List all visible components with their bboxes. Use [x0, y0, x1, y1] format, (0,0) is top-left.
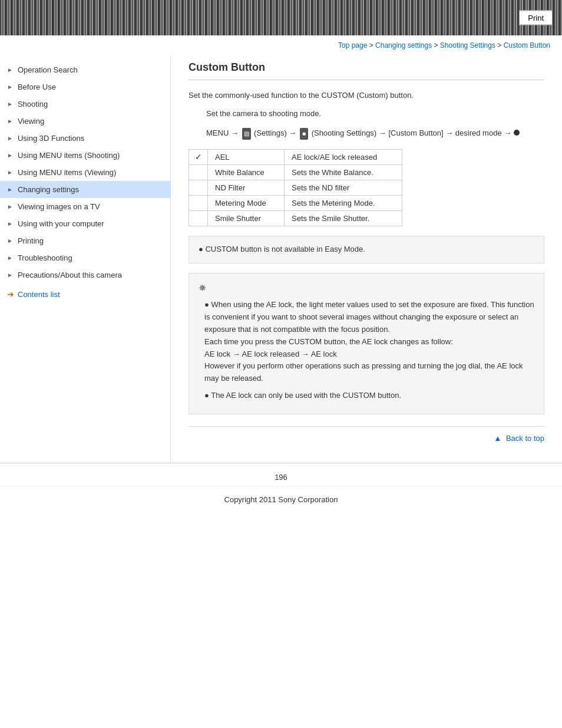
tip-box: ✸ When using the AE lock, the light mete… — [189, 273, 544, 414]
sidebar-item-precautions[interactable]: ► Precautions/About this camera — [0, 266, 170, 284]
table-cell-option: ND Filter — [208, 180, 285, 195]
page-title: Custom Button — [189, 61, 544, 80]
bullet-note: ● — [199, 245, 205, 253]
breadcrumb-sep1: > — [369, 41, 375, 50]
arrow-right-icon: ➜ — [7, 289, 14, 299]
table-cell-check: ✓ — [189, 149, 208, 164]
footer-copyright: Copyright 2011 Sony Corporation — [0, 486, 562, 512]
table-cell-description: AE lock/AE lock released — [285, 149, 402, 164]
breadcrumb-top-page[interactable]: Top page — [338, 41, 367, 50]
sidebar-item-label: Printing — [18, 236, 44, 245]
sidebar-item-viewing[interactable]: ► Viewing — [0, 113, 170, 130]
arrow-icon: ► — [7, 101, 13, 107]
sidebar-item-shooting[interactable]: ► Shooting — [0, 95, 170, 113]
content-area: Custom Button Set the commonly-used func… — [171, 55, 562, 463]
sidebar-item-before-use[interactable]: ► Before Use — [0, 78, 170, 95]
sidebar-item-troubleshooting[interactable]: ► Troubleshooting — [0, 249, 170, 266]
sidebar-item-label: Before Use — [18, 83, 56, 91]
sidebar-item-label: Precautions/About this camera — [18, 271, 122, 279]
back-to-top-triangle-icon: ▲ — [494, 434, 501, 443]
arrow-icon: ► — [7, 255, 13, 261]
sidebar-item-using-3d[interactable]: ► Using 3D Functions — [0, 130, 170, 147]
table-cell-description: Sets the White Balance. — [285, 164, 402, 180]
back-to-top-row: ▲ Back to top — [189, 426, 544, 445]
sidebar-item-printing[interactable]: ► Printing — [0, 232, 170, 249]
arrow-icon: ► — [7, 220, 13, 227]
table-cell-option: White Balance — [208, 164, 285, 180]
arrow-icon: ► — [7, 238, 13, 244]
table-cell-check — [189, 164, 208, 180]
contents-list-link[interactable]: ➜ Contents list — [0, 284, 170, 305]
table-cell-check — [189, 195, 208, 210]
breadcrumb-shooting-settings[interactable]: Shooting Settings — [440, 41, 495, 50]
arrow-icon: ► — [7, 203, 13, 210]
table-cell-description: Sets the Smile Shutter. — [285, 210, 402, 226]
sidebar-item-viewing-tv[interactable]: ► Viewing images on a TV — [0, 198, 170, 215]
breadcrumb-sep2: > — [434, 41, 440, 50]
sidebar-item-label: Troubleshooting — [18, 253, 72, 262]
tip-item: The AE lock can only be used with the CU… — [199, 390, 534, 402]
table-cell-option: Smile Shutter — [208, 210, 285, 226]
bullet-icon — [514, 130, 520, 136]
sidebar-item-label: Operation Search — [18, 65, 78, 74]
arrow-icon: ► — [7, 67, 13, 73]
table-cell-description: Sets the ND filter — [285, 180, 402, 195]
back-to-top-link[interactable]: Back to top — [506, 434, 544, 443]
sidebar-item-label: Viewing — [18, 117, 44, 126]
contents-list-label[interactable]: Contents list — [18, 290, 60, 299]
sidebar-item-label: Using with your computer — [18, 219, 104, 228]
arrow-icon: ► — [7, 272, 13, 278]
sidebar-item-label: Using MENU items (Shooting) — [18, 151, 120, 160]
main-layout: ► Operation Search ► Before Use ► Shooti… — [0, 55, 562, 463]
arrow-icon: ► — [7, 186, 13, 193]
sidebar-item-label: Using MENU items (Viewing) — [18, 168, 116, 177]
sidebar-item-label: Viewing images on a TV — [18, 202, 100, 211]
print-button[interactable]: Print — [519, 11, 553, 25]
note-text: CUSTOM button is not available in Easy M… — [205, 245, 365, 253]
sidebar-item-label: Shooting — [18, 100, 48, 108]
breadcrumb-changing-settings[interactable]: Changing settings — [375, 41, 432, 50]
sidebar-item-operation-search[interactable]: ► Operation Search — [0, 61, 170, 78]
header-bar: Print — [0, 0, 562, 35]
intro-text: Set the commonly-used function to the CU… — [189, 90, 544, 102]
note-box: ● CUSTOM button is not available in Easy… — [189, 236, 544, 263]
sidebar: ► Operation Search ► Before Use ► Shooti… — [0, 55, 171, 463]
arrow-icon: ► — [7, 169, 13, 176]
table-cell-check — [189, 180, 208, 195]
sidebar-item-menu-viewing[interactable]: ► Using MENU items (Viewing) — [0, 164, 170, 181]
arrow-icon: ► — [7, 118, 13, 124]
sidebar-item-using-computer[interactable]: ► Using with your computer — [0, 215, 170, 232]
table-cell-option: Metering Mode — [208, 195, 285, 210]
tip-item: When using the AE lock, the light meter … — [199, 299, 534, 385]
sidebar-item-label: Using 3D Functions — [18, 134, 84, 143]
breadcrumb: Top page > Changing settings > Shooting … — [0, 35, 562, 55]
arrow-icon: ► — [7, 135, 13, 141]
sidebar-item-changing-settings[interactable]: ► Changing settings — [0, 181, 170, 198]
breadcrumb-sep3: > — [497, 41, 503, 50]
breadcrumb-custom-button[interactable]: Custom Button — [504, 41, 550, 50]
step1-text: Set the camera to shooting mode. — [206, 108, 544, 120]
table-cell-option: AEL — [208, 149, 285, 164]
menu-settings-icon: ▨ — [242, 128, 251, 140]
sidebar-item-menu-shooting[interactable]: ► Using MENU items (Shooting) — [0, 147, 170, 164]
options-table: ✓AELAE lock/AE lock releasedWhite Balanc… — [189, 149, 402, 226]
shooting-settings-icon: ■ — [300, 128, 308, 140]
sidebar-item-label: Changing settings — [18, 185, 79, 194]
table-cell-description: Sets the Metering Mode. — [285, 195, 402, 210]
menu-path: MENU → ▨ (Settings) → ■ (Shooting Settin… — [206, 126, 544, 140]
page-number: 196 — [0, 468, 562, 486]
tip-icon: ✸ — [199, 281, 534, 296]
arrow-icon: ► — [7, 152, 13, 159]
table-cell-check — [189, 210, 208, 226]
arrow-icon: ► — [7, 84, 13, 90]
